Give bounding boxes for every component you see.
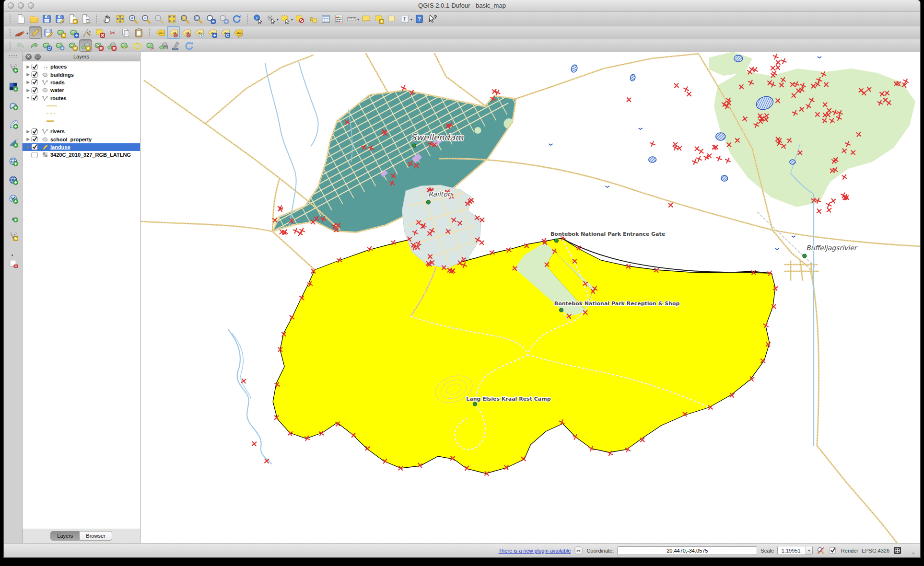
- save-project-as-button[interactable]: [53, 12, 66, 25]
- new-print-composer-button[interactable]: [66, 12, 79, 25]
- zoom-to-selection-button[interactable]: [178, 12, 191, 25]
- add-wms-layer-button[interactable]: [7, 155, 20, 167]
- add-delimited-text-layer-button[interactable]: ,: [7, 211, 20, 223]
- expand-arrow[interactable]: ▶: [25, 88, 31, 92]
- delete-selected-button[interactable]: [94, 26, 106, 39]
- toolbar-handle[interactable]: [246, 14, 249, 23]
- layer-checkbox[interactable]: [31, 87, 38, 94]
- map-canvas[interactable]: SwellendamRailtonBontebok National Park …: [140, 52, 920, 543]
- layer-row-landuse[interactable]: ▶landuse: [23, 143, 140, 151]
- save-project-button[interactable]: [40, 12, 53, 25]
- delete-ring-button[interactable]: [92, 39, 105, 52]
- expand-arrow[interactable]: ▶: [25, 129, 31, 134]
- redo-button[interactable]: [27, 39, 40, 52]
- move-feature-button[interactable]: [68, 26, 81, 39]
- select-by-expression-button[interactable]: ε: [306, 12, 319, 25]
- add-spatialite-layer-button[interactable]: [7, 117, 20, 130]
- whats-this-button[interactable]: ?: [426, 12, 439, 25]
- zoom-last-button[interactable]: [204, 12, 217, 25]
- new-project-button[interactable]: [14, 12, 27, 25]
- zoom-native-button[interactable]: 1:1: [152, 12, 165, 25]
- layer-checkbox[interactable]: [31, 63, 38, 70]
- add-mssql-layer-button[interactable]: [7, 136, 20, 149]
- layer-checkbox[interactable]: [31, 151, 38, 159]
- layer-checkbox[interactable]: [31, 79, 38, 86]
- show-hide-labels-button[interactable]: abc: [193, 26, 206, 39]
- merge-attributes-button[interactable]: [170, 39, 183, 52]
- add-postgis-layer-button[interactable]: [7, 99, 20, 111]
- render-checkbox[interactable]: [829, 546, 838, 555]
- expand-arrow[interactable]: ▶: [25, 137, 31, 141]
- toolbar-handle[interactable]: [9, 28, 12, 37]
- zoom-to-layer-button[interactable]: [191, 12, 204, 25]
- rotate-feature-button[interactable]: [40, 39, 53, 52]
- crs-status-icon[interactable]: [893, 546, 902, 555]
- scale-combo[interactable]: 1:19951 ▼: [777, 546, 813, 555]
- zoom-in-button[interactable]: [127, 12, 140, 25]
- layer-checkbox[interactable]: [31, 136, 38, 143]
- layer-row-buildings[interactable]: ▶buildings: [23, 70, 140, 78]
- expand-arrow[interactable]: ▶: [25, 80, 31, 84]
- rotate-point-symbols-button[interactable]: [183, 39, 196, 52]
- pan-to-selection-button[interactable]: [114, 12, 127, 25]
- layer-tree[interactable]: ▶places▶buildings▶roads▶water▼routes▶riv…: [23, 61, 140, 529]
- toolbar-handle[interactable]: [9, 41, 12, 50]
- save-layer-edits-button[interactable]: [42, 26, 55, 39]
- new-bookmark-button[interactable]: [373, 12, 386, 25]
- delete-part-button[interactable]: [105, 39, 118, 52]
- identify-features-button[interactable]: i: [252, 12, 265, 25]
- layer-row-roads[interactable]: ▶roads: [23, 79, 140, 86]
- current-edits-button[interactable]: [14, 26, 27, 39]
- remove-layer-button[interactable]: [7, 257, 20, 269]
- open-attribute-table-button[interactable]: [319, 12, 332, 25]
- toolbar-handle[interactable]: [148, 28, 151, 37]
- layer-row-water[interactable]: ▶water: [23, 86, 140, 94]
- field-calculator-button[interactable]: [332, 12, 345, 25]
- change-label-button[interactable]: abc: [232, 26, 245, 39]
- cut-features-button[interactable]: ✂: [106, 26, 119, 39]
- undo-button[interactable]: [14, 39, 27, 52]
- layer-checkbox[interactable]: [31, 94, 38, 102]
- add-wfs-layer-button[interactable]: [7, 192, 20, 205]
- add-wcs-layer-button[interactable]: [7, 173, 20, 186]
- highlight-pinned-labels-button[interactable]: ab: [180, 26, 193, 39]
- layer-row-routes[interactable]: ▼routes: [23, 94, 140, 102]
- tab-browser[interactable]: Browser: [80, 531, 112, 541]
- show-bookmarks-button[interactable]: [386, 12, 398, 25]
- add-raster-layer-button[interactable]: [7, 80, 20, 92]
- resize-grip[interactable]: [906, 546, 915, 555]
- split-parts-button[interactable]: [157, 39, 170, 52]
- pan-map-button[interactable]: [101, 12, 114, 25]
- layers-panel-header[interactable]: ✕ ❐ Layers: [23, 52, 140, 61]
- messages-icon[interactable]: ✂: [574, 546, 583, 555]
- deselect-features-button[interactable]: [293, 12, 306, 25]
- layer-checkbox[interactable]: [31, 71, 38, 78]
- offset-curve-button[interactable]: [131, 39, 144, 52]
- toolbar-handle[interactable]: [95, 14, 98, 23]
- text-annotation-button[interactable]: T: [398, 12, 411, 25]
- paste-features-button[interactable]: [132, 26, 145, 39]
- scale-dropdown-icon[interactable]: ▼: [806, 546, 812, 554]
- reshape-features-button[interactable]: [118, 39, 131, 52]
- coordinate-input[interactable]: [617, 546, 757, 555]
- layer-checkbox[interactable]: [31, 128, 38, 135]
- add-feature-button[interactable]: [55, 26, 68, 39]
- pin-unpin-labels-button[interactable]: ab: [167, 26, 180, 39]
- toolbar-handle[interactable]: [8, 55, 18, 58]
- expand-arrow[interactable]: ▶: [25, 145, 31, 149]
- expand-arrow[interactable]: ▶: [25, 72, 31, 77]
- layer-row-rivers[interactable]: ▶rivers: [23, 127, 140, 135]
- map-tips-button[interactable]: [360, 12, 373, 25]
- layer-row-places[interactable]: ▶places: [23, 63, 140, 70]
- move-label-button[interactable]: abc: [206, 26, 219, 39]
- toolbar-handle[interactable]: [9, 14, 12, 23]
- labeling-button[interactable]: abc: [154, 26, 167, 39]
- add-vector-layer-button[interactable]: [7, 61, 20, 74]
- fill-ring-button[interactable]: [79, 39, 92, 52]
- node-tool-button[interactable]: [81, 26, 94, 39]
- refresh-map-button[interactable]: [230, 12, 243, 25]
- layer-checkbox[interactable]: [31, 143, 38, 150]
- tab-layers[interactable]: Layers: [50, 531, 80, 541]
- rotate-label-button[interactable]: abc: [219, 26, 232, 39]
- measure-button[interactable]: [345, 12, 358, 25]
